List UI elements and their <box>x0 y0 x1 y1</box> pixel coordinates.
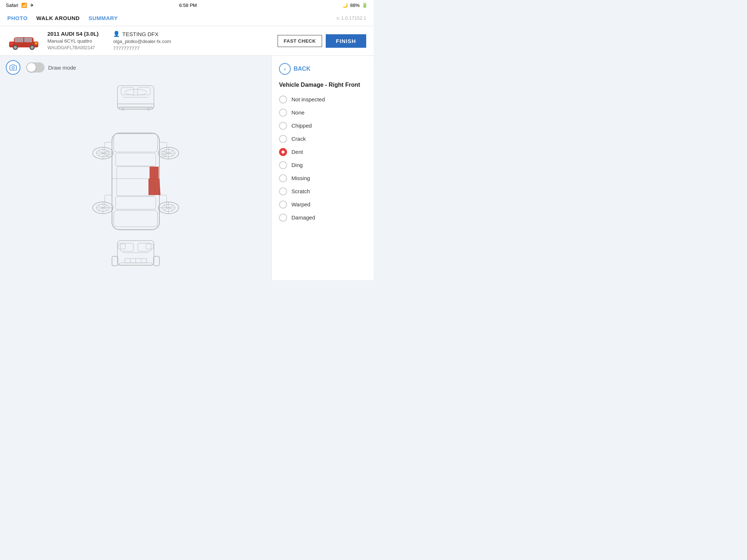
label-chipped: Chipped <box>291 122 312 129</box>
option-scratch[interactable]: Scratch <box>279 187 366 195</box>
nav-tabs: PHOTO WALK AROUND SUMMARY <box>7 15 118 21</box>
vehicle-transmission: Manual 6CYL quattro <box>47 38 98 44</box>
vehicle-actions: FAST CHECK FINISH <box>278 34 366 48</box>
option-damaged[interactable]: Damaged <box>279 214 366 222</box>
status-bar: Safari 📶 ✈ 6:58 PM 🌙 88% 🔋 <box>0 0 374 10</box>
draw-mode-toggle[interactable] <box>26 62 44 73</box>
option-crack[interactable]: Crack <box>279 135 366 143</box>
option-missing[interactable]: Missing <box>279 174 366 182</box>
svg-rect-49 <box>114 210 158 227</box>
svg-rect-17 <box>119 107 152 109</box>
svg-rect-56 <box>120 243 133 251</box>
radio-crack <box>279 135 287 143</box>
tab-walk-around[interactable]: WALK AROUND <box>36 15 80 21</box>
vehicle-image <box>7 31 40 50</box>
app-version: v. 1.0.17152.1 <box>337 15 366 21</box>
time-display: 6:58 PM <box>179 3 197 8</box>
radio-ding <box>279 161 287 169</box>
right-panel: ‹ BACK Vehicle Damage - Right Front Not … <box>271 56 374 280</box>
radio-damaged <box>279 214 287 222</box>
camera-button[interactable] <box>6 60 20 75</box>
svg-point-5 <box>31 46 34 49</box>
status-left: Safari 📶 ✈ <box>6 3 34 8</box>
user-info-col: 👤 TESTING DFX olga_plotko@dealer-fx.com … <box>113 31 171 51</box>
svg-rect-63 <box>119 263 152 265</box>
tab-summary[interactable]: SUMMARY <box>89 15 118 21</box>
label-warped: Warped <box>291 201 310 207</box>
svg-rect-66 <box>112 256 118 266</box>
option-none[interactable]: None <box>279 109 366 117</box>
label-damaged: Damaged <box>291 214 315 221</box>
option-not-inspected[interactable]: Not inspected <box>279 96 366 104</box>
svg-rect-8 <box>35 42 38 44</box>
user-email: olga_plotko@dealer-fx.com <box>113 39 171 44</box>
finish-button[interactable]: FINISH <box>326 34 366 48</box>
user-name-text: TESTING DFX <box>122 31 158 37</box>
vehicle-vin: WAUDGAFL7BA002147 <box>47 45 98 50</box>
damage-options-list: Not inspected None Chipped Crack Dent <box>279 96 366 222</box>
radio-dent <box>279 148 287 156</box>
svg-rect-64 <box>118 244 125 249</box>
radio-missing <box>279 174 287 182</box>
left-panel: Draw mode <box>0 56 271 280</box>
car-diagram-svg <box>55 78 216 280</box>
vehicle-bar: 2011 AUDI S4 (3.0L) Manual 6CYL quattro … <box>0 26 374 56</box>
battery-icon: 🔋 <box>362 3 368 8</box>
svg-rect-57 <box>138 243 151 251</box>
radio-none <box>279 109 287 117</box>
svg-rect-48 <box>116 197 156 209</box>
main-content: Draw mode <box>0 56 374 280</box>
tab-photo[interactable]: PHOTO <box>7 15 28 21</box>
svg-rect-65 <box>146 244 153 249</box>
fast-check-button[interactable]: FAST CHECK <box>278 35 322 47</box>
label-ding: Ding <box>291 162 303 168</box>
radio-not-inspected <box>279 96 287 104</box>
svg-rect-46 <box>116 153 156 166</box>
radio-chipped <box>279 122 287 130</box>
vehicle-details: 2011 AUDI S4 (3.0L) Manual 6CYL quattro … <box>47 31 270 51</box>
label-dent: Dent <box>291 149 303 155</box>
svg-rect-6 <box>15 38 23 42</box>
nav-bar: PHOTO WALK AROUND SUMMARY v. 1.0.17152.1 <box>0 10 374 26</box>
back-label: BACK <box>294 66 310 72</box>
label-scratch: Scratch <box>291 188 310 194</box>
svg-rect-9 <box>10 42 13 44</box>
radio-warped <box>279 201 287 209</box>
svg-rect-13 <box>138 88 150 95</box>
label-not-inspected: Not inspected <box>291 96 325 102</box>
radio-scratch <box>279 187 287 195</box>
user-phone: 7777777777 <box>113 46 171 51</box>
signal-icon: ✈ <box>30 3 34 8</box>
toolbar: Draw mode <box>6 60 266 75</box>
option-ding[interactable]: Ding <box>279 161 366 169</box>
svg-point-10 <box>12 67 15 69</box>
vehicle-name: 2011 AUDI S4 (3.0L) <box>47 31 98 37</box>
svg-rect-45 <box>114 134 158 152</box>
user-name-row: 👤 TESTING DFX <box>113 31 171 37</box>
option-chipped[interactable]: Chipped <box>279 122 366 130</box>
svg-point-16 <box>125 89 147 95</box>
svg-rect-12 <box>121 88 134 95</box>
svg-point-3 <box>14 46 17 49</box>
option-dent[interactable]: Dent <box>279 148 366 156</box>
draw-mode-label: Draw mode <box>48 65 76 71</box>
battery-percent: 88% <box>350 3 360 8</box>
back-button[interactable]: ‹ BACK <box>279 63 366 75</box>
label-missing: Missing <box>291 175 310 181</box>
label-none: None <box>291 109 305 116</box>
svg-rect-67 <box>154 256 159 266</box>
wifi-icon: 📶 <box>21 3 27 8</box>
car-diagram[interactable] <box>6 78 266 280</box>
back-circle-icon: ‹ <box>279 63 291 75</box>
label-crack: Crack <box>291 136 306 142</box>
moon-icon: 🌙 <box>342 3 348 8</box>
damage-section-title: Vehicle Damage - Right Front <box>279 81 366 89</box>
user-icon: 👤 <box>113 31 120 37</box>
vehicle-info-col: 2011 AUDI S4 (3.0L) Manual 6CYL quattro … <box>47 31 98 51</box>
option-warped[interactable]: Warped <box>279 201 366 209</box>
status-right: 🌙 88% 🔋 <box>342 3 368 8</box>
draw-mode-toggle-container: Draw mode <box>26 62 76 73</box>
safari-label: Safari <box>6 3 18 8</box>
svg-rect-7 <box>24 38 32 42</box>
